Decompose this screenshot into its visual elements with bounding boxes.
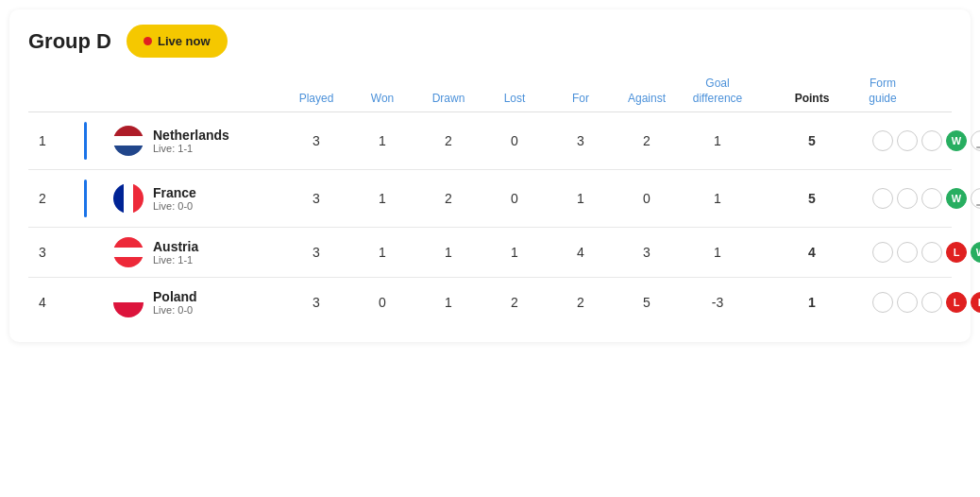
played-cell: 3	[283, 295, 349, 310]
position-bar	[57, 180, 113, 217]
form-circle-1	[872, 188, 893, 209]
col-lost: Lost	[482, 92, 548, 107]
won-cell: 0	[349, 295, 415, 310]
team-info: Poland Live: 0-0	[113, 287, 283, 317]
form-circle-w: W	[946, 130, 967, 151]
form-guide: L W ›	[869, 242, 897, 263]
won-cell: 1	[349, 191, 415, 206]
form-guide: W ›	[869, 130, 897, 151]
points-cell: 1	[755, 295, 869, 310]
won-cell: 1	[349, 133, 415, 148]
form-circle-2	[897, 188, 918, 209]
drawn-cell: 1	[415, 245, 482, 260]
against-cell: 5	[614, 295, 680, 310]
rank-cell: 1	[28, 133, 57, 148]
flag-netherlands	[113, 126, 144, 156]
live-dot-icon	[144, 37, 152, 45]
form-guide: W ›	[869, 188, 897, 209]
standings-table: Played Won Drawn Lost For Against Goaldi…	[28, 77, 952, 327]
flag-poland	[113, 287, 144, 317]
lost-cell: 0	[482, 133, 548, 148]
lost-cell: 2	[482, 295, 548, 310]
form-guide: L L ›	[869, 292, 897, 313]
table-row: 3 Austria Live: 1-1 3 1 1 1 4 3 1 4 L	[28, 228, 952, 278]
for-cell: 3	[548, 133, 614, 148]
live-score: Live: 1-1	[153, 254, 198, 266]
form-circle-1	[872, 292, 893, 313]
rank-cell: 2	[28, 191, 57, 206]
form-circle-2	[897, 292, 918, 313]
form-circle-3	[921, 188, 942, 209]
drawn-cell: 2	[415, 133, 482, 148]
lost-cell: 1	[482, 245, 548, 260]
points-cell: 5	[755, 133, 869, 148]
column-headers: Played Won Drawn Lost For Against Goaldi…	[28, 77, 952, 112]
team-info: Netherlands Live: 1-1	[113, 126, 283, 156]
won-cell: 1	[349, 245, 415, 260]
goal-diff-cell: 1	[680, 245, 755, 260]
live-badge-label: Live now	[158, 34, 211, 48]
form-circle-d	[971, 188, 980, 209]
form-circle-3	[921, 130, 942, 151]
form-circle-l1: L	[946, 292, 967, 313]
for-cell: 1	[548, 191, 614, 206]
goal-diff-cell: 1	[680, 133, 755, 148]
form-circle-d	[971, 130, 980, 151]
group-title: Group D	[28, 29, 111, 54]
against-cell: 2	[614, 133, 680, 148]
col-goal-diff: Goaldifference	[680, 77, 755, 106]
form-circle-3	[921, 242, 942, 263]
form-circle-2	[897, 130, 918, 151]
team-name: Austria	[153, 239, 198, 254]
for-cell: 4	[548, 245, 614, 260]
form-circle-3	[921, 292, 942, 313]
points-cell: 4	[755, 245, 869, 260]
col-against: Against	[614, 92, 680, 107]
form-circle-2	[897, 242, 918, 263]
col-points: Points	[755, 92, 869, 107]
live-score: Live: 0-0	[153, 200, 196, 212]
points-cell: 5	[755, 191, 869, 206]
team-name: Netherlands	[153, 128, 229, 143]
form-circle-l2: L	[971, 292, 980, 313]
flag-france	[113, 183, 144, 214]
position-bar	[57, 122, 113, 160]
form-circle-w: W	[946, 188, 967, 209]
col-form: Form guide	[869, 77, 897, 106]
col-drawn: Drawn	[415, 92, 482, 107]
for-cell: 2	[548, 295, 614, 310]
form-circle-1	[872, 242, 893, 263]
table-row: 2 France Live: 0-0 3 1 2 0 1 0 1 5 W	[28, 170, 952, 228]
form-circle-w: W	[971, 242, 980, 263]
team-name: Poland	[153, 289, 197, 304]
group-header: Group D Live now	[28, 25, 952, 58]
rank-cell: 3	[28, 245, 57, 260]
played-cell: 3	[283, 245, 349, 260]
col-played: Played	[283, 92, 349, 107]
goal-diff-cell: 1	[680, 191, 755, 206]
drawn-cell: 2	[415, 191, 482, 206]
played-cell: 3	[283, 133, 349, 148]
rank-cell: 4	[28, 295, 57, 310]
form-circle-1	[872, 130, 893, 151]
goal-diff-cell: -3	[680, 295, 755, 310]
form-circle-l: L	[946, 242, 967, 263]
live-badge: Live now	[127, 25, 228, 58]
team-info: France Live: 0-0	[113, 183, 283, 214]
live-score: Live: 0-0	[153, 304, 197, 316]
against-cell: 3	[614, 245, 680, 260]
table-row: 1 Netherlands Live: 1-1 3 1 2 0 3 2 1 5 …	[28, 112, 952, 170]
flag-austria	[113, 237, 144, 267]
team-name: France	[153, 185, 196, 200]
team-info: Austria Live: 1-1	[113, 237, 283, 267]
col-for: For	[548, 92, 614, 107]
lost-cell: 0	[482, 191, 548, 206]
against-cell: 0	[614, 191, 680, 206]
table-row: 4 Poland Live: 0-0 3 0 1 2 2 5 -3 1 L	[28, 278, 952, 327]
live-score: Live: 1-1	[153, 143, 229, 154]
played-cell: 3	[283, 191, 349, 206]
drawn-cell: 1	[415, 295, 482, 310]
col-won: Won	[349, 92, 415, 107]
